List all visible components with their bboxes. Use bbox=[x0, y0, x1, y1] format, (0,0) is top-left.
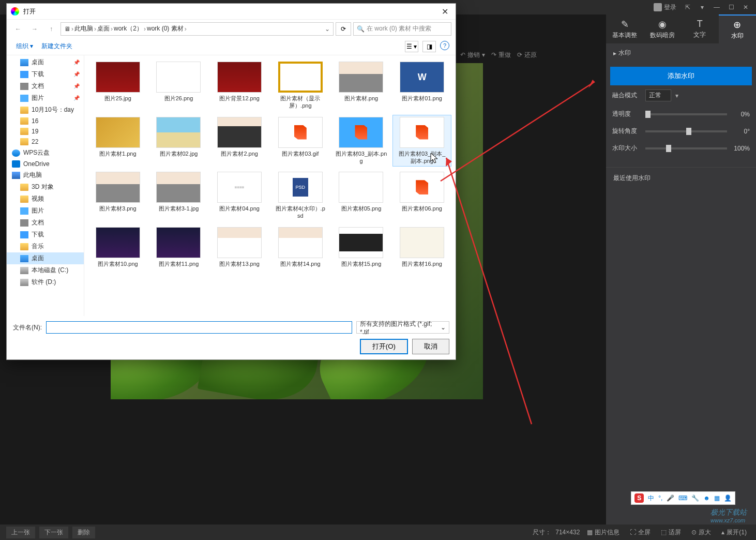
close-button[interactable]: ✕ bbox=[738, 2, 753, 12]
tab-basic[interactable]: ✎ 基本调整 bbox=[606, 14, 644, 43]
filename-input[interactable] bbox=[46, 321, 352, 334]
rotate-slider[interactable] bbox=[645, 130, 727, 132]
breadcrumb-item[interactable]: 桌面 bbox=[97, 24, 110, 33]
preview-button[interactable]: ◨ bbox=[422, 41, 436, 52]
file-item[interactable]: 图片素材3-1.jpg bbox=[149, 170, 208, 222]
file-item[interactable]: W图片素材01.png bbox=[392, 59, 451, 112]
breadcrumb-item[interactable]: 此电脑 bbox=[74, 24, 93, 33]
fit-button[interactable]: ⬚适屏 bbox=[658, 528, 684, 537]
sidebar-item[interactable]: 10月10号：day bbox=[7, 104, 84, 116]
file-item[interactable]: 图片素材13.png bbox=[210, 225, 269, 269]
minimize-button[interactable]: — bbox=[709, 2, 724, 12]
open-button[interactable]: 打开(O) bbox=[360, 339, 408, 354]
cancel-button[interactable]: 取消 bbox=[412, 339, 449, 354]
prev-button[interactable]: 上一张 bbox=[6, 527, 35, 538]
ime-face-icon[interactable]: ☻ bbox=[703, 494, 710, 502]
size-slider[interactable] bbox=[645, 147, 727, 149]
sidebar-item[interactable]: 此电脑 bbox=[7, 169, 84, 181]
file-item[interactable]: 图片素材15.png bbox=[332, 225, 391, 269]
sidebar-item[interactable]: 下载 bbox=[7, 229, 84, 241]
expand-button[interactable]: ▴展开(1) bbox=[718, 528, 750, 537]
help-button[interactable]: ? bbox=[440, 41, 449, 50]
image-info-button[interactable]: ▦图片信息 bbox=[584, 528, 623, 537]
sidebar-item[interactable]: 本地磁盘 (C:) bbox=[7, 264, 84, 276]
delete-button[interactable]: 删除 bbox=[72, 527, 95, 538]
new-folder-button[interactable]: 新建文件夹 bbox=[38, 41, 75, 52]
file-item[interactable]: 图片素材10.png bbox=[88, 225, 147, 269]
file-item[interactable]: 图片素材11.png bbox=[149, 225, 208, 269]
nav-back-button[interactable]: ← bbox=[11, 23, 25, 35]
sidebar-item[interactable]: 16 bbox=[7, 116, 84, 126]
redo-button[interactable]: ↷重做 bbox=[491, 51, 511, 59]
view-mode-button[interactable]: ☰ ▾ bbox=[405, 41, 418, 52]
file-item[interactable]: 图片背景12.png bbox=[210, 59, 269, 112]
sidebar-item[interactable]: 桌面 bbox=[7, 252, 84, 264]
file-item[interactable]: 图片素材02.jpg bbox=[149, 115, 208, 167]
file-item[interactable]: 图片素材1.png bbox=[88, 115, 147, 167]
sidebar-item[interactable]: 桌面📌 bbox=[7, 56, 84, 68]
ime-keyboard-icon[interactable]: ⌨ bbox=[678, 494, 687, 502]
sidebar-item[interactable]: 下载📌 bbox=[7, 68, 84, 80]
file-item[interactable]: 图片26.png bbox=[149, 59, 208, 112]
sidebar-item[interactable]: 音乐 bbox=[7, 241, 84, 252]
restore-button[interactable]: ⟳还原 bbox=[517, 51, 537, 59]
dropdown-button[interactable]: ▾ bbox=[695, 2, 709, 12]
maximize-button[interactable]: ☐ bbox=[724, 2, 738, 12]
tab-watermark[interactable]: ⊕ 水印 bbox=[719, 14, 757, 43]
ime-toolbar[interactable]: S 中 °, 🎤 ⌨ 🔧 ☻ ▦ 👤 bbox=[631, 491, 735, 505]
sidebar-item[interactable]: 图片 bbox=[7, 205, 84, 217]
sidebar-item[interactable]: 文档📌 bbox=[7, 80, 84, 92]
dialog-close-button[interactable]: ✕ bbox=[439, 7, 451, 17]
file-item[interactable]: 图片素材03.gif bbox=[271, 115, 330, 167]
file-item[interactable]: 图片素材03_副本.png bbox=[332, 115, 391, 167]
search-input[interactable]: 🔍 在 work (0) 素材 中搜索 bbox=[353, 22, 451, 36]
ime-mic-icon[interactable]: 🎤 bbox=[667, 494, 674, 502]
sidebar-item[interactable]: 软件 (D:) bbox=[7, 276, 84, 288]
ime-user-icon[interactable]: 👤 bbox=[724, 494, 732, 502]
tab-darkroom[interactable]: ◉ 数码暗房 bbox=[644, 14, 682, 43]
nav-forward-button[interactable]: → bbox=[27, 23, 42, 35]
filetype-select[interactable]: 所有支持的图片格式 (*.gif; *.tif ⌄ bbox=[356, 321, 449, 334]
breadcrumb-item[interactable]: work (0) 素材 bbox=[147, 24, 184, 33]
file-item[interactable]: 图片素材06.png bbox=[392, 170, 451, 222]
file-item[interactable]: 图片素材2.png bbox=[210, 115, 269, 167]
opacity-slider[interactable] bbox=[645, 113, 727, 115]
fullscreen-button[interactable]: ⛶全屏 bbox=[627, 528, 654, 537]
organize-button[interactable]: 组织 ▾ bbox=[13, 41, 36, 52]
sidebar-item[interactable]: 图片📌 bbox=[7, 92, 84, 104]
tab-text[interactable]: T 文字 bbox=[681, 14, 719, 43]
file-item[interactable]: 图片素材14.png bbox=[271, 225, 330, 269]
sidebar-item[interactable]: 3D 对象 bbox=[7, 181, 84, 193]
sidebar-item[interactable]: OneDrive bbox=[7, 159, 84, 169]
file-item[interactable]: 图片素材.png bbox=[332, 59, 391, 112]
chevron-down-icon[interactable]: ⌄ bbox=[325, 25, 330, 33]
blend-select[interactable]: 正常 bbox=[645, 89, 671, 101]
file-item[interactable]: 图片25.jpg bbox=[88, 59, 147, 112]
sidebar-item[interactable]: 19 bbox=[7, 126, 84, 137]
file-item[interactable]: 图片素材16.png bbox=[392, 225, 451, 269]
sidebar-item[interactable]: 视频 bbox=[7, 193, 84, 205]
refresh-button[interactable]: ⟳ bbox=[336, 22, 351, 36]
ime-punct-icon[interactable]: °, bbox=[658, 494, 662, 502]
ime-tool-icon[interactable]: 🔧 bbox=[691, 494, 699, 502]
original-button[interactable]: ⊙原大 bbox=[688, 528, 714, 537]
sidebar-item[interactable]: 文档 bbox=[7, 217, 84, 229]
file-item[interactable]: 图片素材（显示屏）.png bbox=[271, 59, 330, 112]
breadcrumb[interactable]: 🖥 › 此电脑 › 桌面 › work（2） › work (0) 素材 › ⌄ bbox=[61, 22, 334, 36]
sidebar-item[interactable]: WPS云盘 bbox=[7, 147, 84, 159]
add-watermark-button[interactable]: 添加水印 bbox=[610, 67, 752, 85]
sidebar-item[interactable]: 22 bbox=[7, 137, 84, 147]
panel-header[interactable]: ▸ 水印 bbox=[606, 43, 756, 63]
file-item[interactable]: PSD图片素材4(水印）.psd bbox=[271, 170, 330, 222]
ime-lang[interactable]: 中 bbox=[648, 494, 654, 503]
pin-button[interactable]: ⇱ bbox=[681, 2, 695, 12]
dialog-titlebar[interactable]: 打开 ✕ bbox=[7, 4, 456, 19]
file-item[interactable]: 图片素材05.png bbox=[332, 170, 391, 222]
breadcrumb-item[interactable]: work（2） bbox=[114, 24, 143, 33]
file-item[interactable]: ≡≡≡≡图片素材04.png bbox=[210, 170, 269, 222]
undo-button[interactable]: ↶撤销▾ bbox=[460, 51, 485, 59]
ime-grid-icon[interactable]: ▦ bbox=[714, 494, 720, 502]
nav-up-button[interactable]: ↑ bbox=[44, 23, 58, 35]
chevron-down-icon[interactable]: ▾ bbox=[675, 92, 678, 99]
file-item[interactable]: 图片素材3.png bbox=[88, 170, 147, 222]
